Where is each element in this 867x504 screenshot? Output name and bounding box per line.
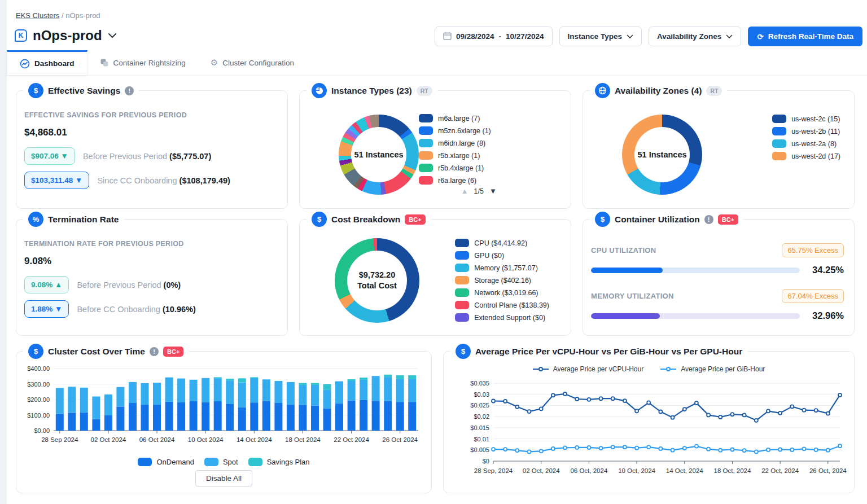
availability-zones-filter-dropdown[interactable]: Availability Zones	[649, 27, 741, 46]
svg-text:$100.00: $100.00	[27, 412, 50, 419]
svg-text:$200.00: $200.00	[27, 396, 50, 403]
dashboard-icon	[20, 59, 30, 69]
average-price-card: $ Average Price Per vCPU-Hour vs Per GiB…	[443, 351, 855, 493]
svg-text:28 Sep, 2024: 28 Sep, 2024	[474, 467, 513, 474]
legend-item[interactable]: us-west-2c (15)	[772, 115, 840, 123]
dollar-circle-icon: $	[28, 344, 43, 359]
donut-center-label: 51 Instances	[622, 115, 702, 195]
legend-swatch-icon	[455, 251, 469, 260]
svg-text:$0.035: $0.035	[470, 380, 489, 387]
legend-item[interactable]: m6idn.large (8)	[419, 139, 491, 147]
legend-page-down-icon[interactable]: ▼	[489, 187, 497, 195]
legend-page-up-icon[interactable]: ▲	[461, 187, 468, 195]
legend-item[interactable]: us-west-2d (17)	[772, 152, 840, 160]
svg-text:$300.00: $300.00	[27, 381, 50, 388]
chevron-down-icon	[726, 34, 733, 39]
svg-text:26 Oct 2024: 26 Oct 2024	[382, 436, 418, 443]
kpi-value: 9.08%	[24, 256, 275, 267]
legend-swatch-icon	[455, 276, 469, 284]
card-title: Container Utilization	[615, 214, 700, 225]
legend-item[interactable]: r5b.4xlarge (1)	[419, 164, 491, 172]
legend-item[interactable]: Memory ($1,757.07)	[455, 264, 549, 272]
disable-all-button[interactable]: Disable All	[195, 470, 252, 487]
legend-item[interactable]: r6a.large (6)	[419, 176, 491, 185]
savings-delta-pill[interactable]: $907.06 ▼	[24, 147, 75, 165]
legend-swatch-icon	[772, 152, 786, 160]
svg-text:$0.01: $0.01	[474, 436, 489, 442]
legend-item[interactable]: Savings Plan	[248, 458, 310, 466]
legend-label: GPU ($0)	[474, 252, 504, 260]
legend-swatch-icon	[772, 127, 786, 135]
legend-label: Savings Plan	[267, 458, 310, 466]
svg-text:22 Oct 2024: 22 Oct 2024	[334, 436, 369, 443]
kpi-caption: EFFECTIVE SAVINGS FOR PREVIOUS PERIOD	[24, 111, 275, 119]
legend-item[interactable]: CPU ($4,414.92)	[455, 239, 549, 247]
legend-item[interactable]: us-west-2b (11)	[772, 127, 840, 135]
legend-label: OnDemand	[156, 458, 194, 466]
legend-swatch-icon	[419, 139, 433, 147]
legend-item[interactable]: Average Price per vCPU-Hour	[533, 365, 644, 373]
legend-item[interactable]: OnDemand	[138, 458, 194, 466]
tab-cluster-configuration[interactable]: ⚙ Cluster Configuration	[198, 50, 306, 75]
legend-label: Average Price per vCPU-Hour	[553, 365, 644, 373]
legend-label: r5b.xlarge (1)	[438, 152, 480, 160]
svg-text:26 Oct, 2024: 26 Oct, 2024	[809, 467, 847, 474]
legend-label: Spot	[223, 458, 238, 466]
instance-types-filter-dropdown[interactable]: Instance Types	[559, 27, 642, 46]
svg-text:$400.00: $400.00	[27, 365, 50, 372]
legend-label: m6idn.large (8)	[438, 139, 485, 147]
legend-item[interactable]: Extended Support ($0)	[455, 313, 549, 322]
termination-delta-pill[interactable]: 9.08% ▲	[24, 276, 69, 293]
info-icon[interactable]: !	[704, 215, 713, 224]
info-icon[interactable]: !	[125, 86, 134, 95]
savings-delta-pill[interactable]: $103,311.48 ▼	[24, 172, 89, 189]
info-icon[interactable]: !	[150, 347, 159, 356]
date-range-picker[interactable]: 09/28/2024 - 10/27/2024	[435, 27, 553, 46]
breadcrumb-link-eks-clusters[interactable]: EKS Clusters	[16, 11, 59, 20]
legend-label: us-west-2b (11)	[791, 128, 840, 135]
legend-item[interactable]: Network ($3,019.66)	[455, 288, 549, 297]
legend-item[interactable]: m5zn.6xlarge (1)	[419, 126, 491, 135]
legend-item[interactable]: Spot	[204, 458, 238, 466]
card-title: Termination Rate	[48, 214, 119, 225]
svg-text:06 Oct, 2024: 06 Oct, 2024	[570, 467, 607, 474]
legend-item[interactable]: r5b.xlarge (1)	[419, 151, 491, 160]
svg-text:28 Sep 2024: 28 Sep 2024	[41, 436, 78, 443]
legend-swatch-icon	[419, 151, 433, 160]
legend-label: r5b.4xlarge (1)	[438, 164, 484, 172]
cost-breakdown-card: $ Cost Breakdown BC+ $9,732.20 Total Cos…	[299, 219, 571, 336]
legend-item[interactable]: m6a.large (7)	[419, 114, 491, 122]
legend-item[interactable]: us-west-2a (8)	[772, 139, 840, 148]
average-price-line-chart[interactable]: $0$0.005$0.01$0.015$0.02$0.025$0.03$0.03…	[447, 376, 849, 481]
legend-label: Extended Support ($0)	[474, 314, 545, 322]
legend-label: Memory ($1,757.07)	[474, 264, 538, 272]
kpi-sub-label: Before Previous Period ($5,775.07)	[83, 152, 211, 161]
refresh-button-label: Refresh Real-Time Data	[768, 32, 853, 41]
legend-item[interactable]: Average Price per GiB-Hour	[660, 365, 765, 373]
svg-text:10 Oct, 2024: 10 Oct, 2024	[618, 467, 655, 474]
card-title: Instance Types (23)	[331, 86, 412, 96]
kpi-sub-label: Before Previous Period (0%)	[77, 281, 181, 290]
cluster-selector-chevron-down-icon[interactable]	[108, 33, 117, 38]
legend-page-indicator: 1/5	[474, 187, 484, 195]
cluster-cost-bar-chart[interactable]: $0.00$100.00$200.00$300.00$400.0028 Sep …	[22, 364, 424, 454]
tab-container-rightsizing[interactable]: Container Rightsizing	[87, 50, 198, 75]
refresh-real-time-data-button[interactable]: ⟳ Refresh Real-Time Data	[748, 27, 862, 46]
legend-swatch-icon	[455, 313, 469, 322]
termination-delta-pill[interactable]: 1.88% ▼	[24, 300, 69, 318]
svg-text:$0.005: $0.005	[470, 446, 489, 453]
utilization-label: MEMORY UTILIZATION	[591, 292, 674, 300]
kpi-value: $4,868.01	[24, 127, 275, 138]
refresh-icon: ⟳	[757, 32, 763, 41]
legend-item[interactable]: GPU ($0)	[455, 251, 549, 260]
legend-swatch-icon	[419, 164, 433, 172]
pie-chart-icon	[312, 83, 327, 98]
legend-item[interactable]: Control Plane ($138.39)	[455, 301, 549, 309]
legend-swatch-icon	[138, 458, 152, 466]
utilization-label: CPU UTILIZATION	[591, 246, 656, 255]
donut-center-label: 51 Instances	[339, 115, 419, 195]
breadcrumb-current: nOps-prod	[65, 11, 100, 20]
availability-zones-card: Availability Zones (4) RT 51 Instances u…	[583, 90, 855, 209]
tab-dashboard[interactable]: Dashboard	[7, 50, 87, 75]
legend-item[interactable]: Storage ($402.16)	[455, 276, 549, 284]
